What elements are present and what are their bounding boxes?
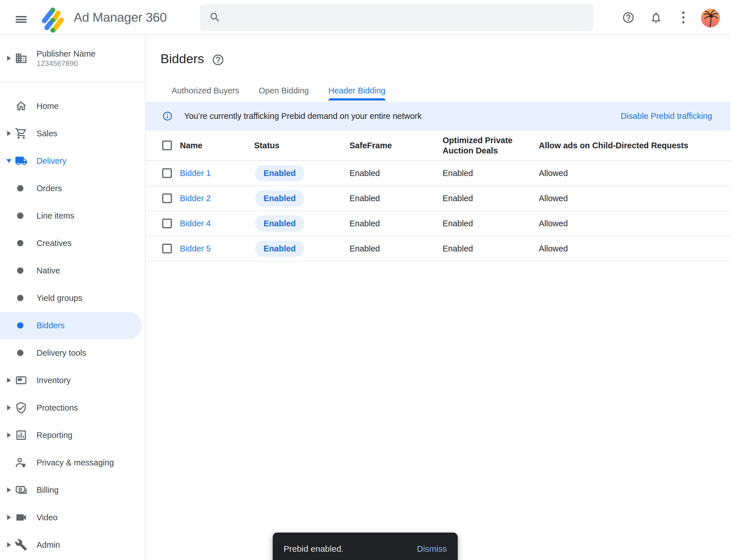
sidebar-item-label: Home (37, 101, 59, 111)
inventory-icon (15, 374, 27, 387)
table-row-bidder-4: Bidder 4EnabledEnabledEnabledAllowed (146, 211, 730, 236)
select-all-checkbox[interactable] (162, 141, 172, 150)
sidebar-item-label: Yield groups (37, 293, 82, 303)
table-row-bidder-1: Bidder 1EnabledEnabledEnabledAllowed (146, 161, 730, 186)
reporting-icon (15, 429, 27, 441)
bullet-icon (17, 240, 23, 246)
bidder-link[interactable]: Bidder 5 (180, 244, 211, 253)
table-row-bidder-2: Bidder 2EnabledEnabledEnabledAllowed (146, 186, 730, 211)
bidder-link[interactable]: Bidder 4 (180, 219, 211, 228)
sidebar-item-privacy-and-messaging[interactable]: Privacy & messaging (0, 449, 146, 476)
sidebar-item-label: Sales (37, 129, 57, 138)
truck-icon (15, 155, 27, 167)
sidebar: Publisher Name 1234567890 HomeSalesDeliv… (0, 35, 146, 560)
sidebar-nav: HomeSalesDeliveryOrdersLine itemsCreativ… (0, 92, 146, 559)
expand-icon[interactable] (7, 515, 11, 520)
column-header-name: Name (180, 140, 254, 151)
child-directed-value: Allowed (539, 169, 730, 178)
ad-manager-app: Ad Manager 360 (0, 0, 731, 560)
sidebar-item-label: Native (37, 266, 60, 275)
sidebar-item-label: Orders (37, 184, 62, 193)
expand-icon[interactable] (7, 378, 11, 383)
page-help-button[interactable] (212, 53, 225, 66)
help-button[interactable] (617, 0, 640, 35)
status-badge: Enabled (255, 215, 305, 232)
search-input[interactable] (228, 9, 593, 26)
snackbar: Prebid enabled. Dismiss (273, 533, 458, 560)
private-auction-value: Enabled (442, 244, 539, 253)
status-badge: Enabled (255, 241, 305, 257)
sidebar-item-admin[interactable]: Admin (0, 531, 146, 559)
row-checkbox[interactable] (162, 193, 172, 203)
expand-icon[interactable] (7, 542, 11, 547)
sidebar-item-protections[interactable]: Protections (0, 394, 146, 421)
sidebar-item-label: Privacy & messaging (37, 458, 114, 467)
bidders-table: Name Status SafeFrame Optimized Private … (146, 131, 730, 261)
sidebar-item-native[interactable]: Native (0, 257, 146, 284)
row-checkbox[interactable] (162, 219, 172, 228)
sidebar-item-reporting[interactable]: Reporting (0, 421, 146, 449)
bullet-icon (17, 267, 23, 274)
dismiss-button[interactable]: Dismiss (417, 544, 447, 554)
sidebar-item-label: Reporting (37, 431, 73, 440)
table-body: Bidder 1EnabledEnabledEnabledAllowedBidd… (146, 161, 730, 261)
sidebar-item-label: Creatives (37, 239, 72, 248)
publisher-selector[interactable]: Publisher Name 1234567890 (0, 35, 146, 82)
expand-icon[interactable] (7, 433, 11, 438)
sidebar-item-delivery-tools[interactable]: Delivery tools (0, 339, 146, 367)
expand-icon[interactable] (7, 405, 11, 410)
tab-open-bidding[interactable]: Open Bidding (259, 82, 309, 101)
sidebar-item-sales[interactable]: Sales (0, 120, 146, 147)
tab-authorized-buyers[interactable]: Authorized Buyers (172, 82, 239, 101)
sidebar-item-delivery[interactable]: Delivery (0, 147, 146, 175)
sidebar-item-inventory[interactable]: Inventory (0, 367, 146, 394)
sidebar-item-label: Protections (37, 403, 78, 413)
help-icon (622, 11, 635, 24)
bullet-icon (17, 350, 23, 356)
bidder-link[interactable]: Bidder 2 (180, 194, 211, 203)
account-avatar[interactable] (701, 9, 720, 27)
child-directed-value: Allowed (539, 219, 730, 228)
search-icon (209, 11, 221, 23)
row-checkbox[interactable] (162, 244, 172, 253)
sidebar-item-line-items[interactable]: Line items (0, 202, 146, 229)
sidebar-item-label: Video (37, 513, 58, 522)
sidebar-item-label: Bidders (37, 321, 65, 330)
child-directed-value: Allowed (539, 244, 730, 253)
search-bar[interactable] (200, 4, 593, 31)
disable-prebid-link[interactable]: Disable Prebid trafficking (621, 111, 712, 121)
snackbar-message: Prebid enabled. (284, 544, 344, 554)
bullet-icon (17, 322, 23, 329)
bidder-link[interactable]: Bidder 1 (180, 169, 211, 178)
tab-header-bidding[interactable]: Header Bidding (329, 82, 385, 101)
sidebar-item-video[interactable]: Video (0, 504, 146, 531)
sidebar-item-billing[interactable]: Billing (0, 476, 146, 504)
sidebar-item-label: Delivery (37, 156, 67, 166)
top-bar: Ad Manager 360 (0, 0, 731, 35)
expand-icon[interactable] (7, 159, 11, 163)
expand-icon[interactable] (7, 131, 11, 136)
sidebar-item-creatives[interactable]: Creatives (0, 229, 146, 257)
notifications-button[interactable] (644, 0, 667, 35)
bullet-icon (17, 213, 23, 219)
expand-icon[interactable] (7, 487, 11, 493)
sidebar-item-home[interactable]: Home (0, 92, 146, 120)
sidebar-item-yield-groups[interactable]: Yield groups (0, 284, 146, 312)
private-auction-value: Enabled (442, 169, 539, 178)
menu-icon[interactable] (16, 16, 27, 23)
status-badge: Enabled (255, 190, 305, 207)
more-options-button[interactable] (672, 0, 695, 35)
row-checkbox[interactable] (162, 168, 172, 178)
billing-icon (15, 484, 27, 496)
info-icon (162, 111, 173, 121)
column-header-safeframe: SafeFrame (350, 140, 442, 151)
safeframe-value: Enabled (350, 219, 442, 228)
sidebar-item-orders[interactable]: Orders (0, 175, 146, 202)
main-content: Bidders Authorized BuyersOpen BiddingHea… (146, 35, 731, 560)
admin-icon (15, 539, 27, 551)
private-auction-value: Enabled (442, 194, 539, 203)
sidebar-item-bidders[interactable]: Bidders (0, 312, 142, 339)
table-header: Name Status SafeFrame Optimized Private … (146, 131, 730, 161)
video-icon (15, 511, 27, 524)
safeframe-value: Enabled (350, 244, 442, 253)
